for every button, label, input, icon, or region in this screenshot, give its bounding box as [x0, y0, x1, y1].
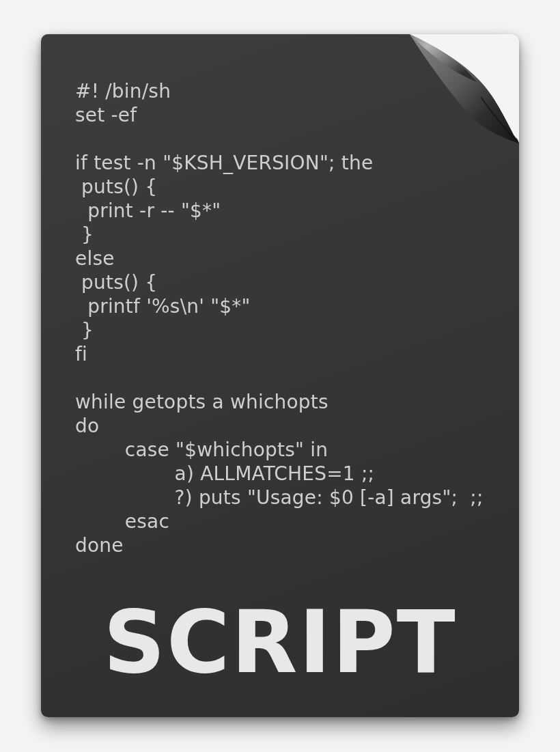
canvas: #! /bin/sh set -ef if test -n "$KSH_VERS… — [0, 0, 560, 752]
file-type-label: SCRIPT — [41, 592, 519, 693]
document-icon: #! /bin/sh set -ef if test -n "$KSH_VERS… — [41, 34, 519, 717]
script-code-text: #! /bin/sh set -ef if test -n "$KSH_VERS… — [75, 79, 505, 557]
